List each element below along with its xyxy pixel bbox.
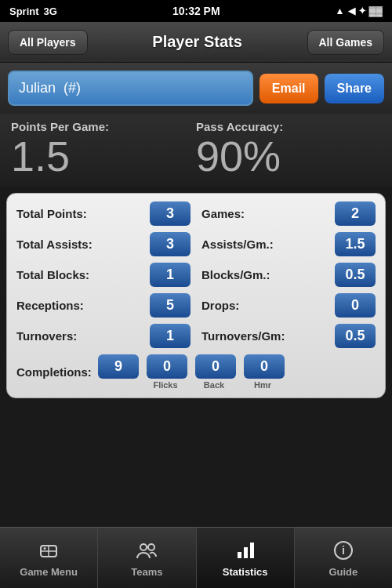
share-button[interactable]: Share [325, 74, 384, 103]
assists-gm-label: Assists/Gm.: [191, 238, 332, 251]
player-input-area: Email Share [0, 63, 392, 114]
signal-icon: ▲ [336, 5, 345, 16]
tab-teams-label: Teams [131, 566, 162, 578]
back-value: 0 [195, 354, 236, 379]
pa-value: 90% [196, 135, 381, 177]
ppg-value: 1.5 [11, 135, 196, 177]
network-label: 3G [44, 5, 57, 17]
stats-card: Total Points: 3 Games: 2 Total Assists: … [6, 193, 386, 398]
all-players-button[interactable]: All Players [8, 30, 88, 55]
ppg-label: Points Per Game: [11, 120, 196, 133]
drops-value: 0 [335, 293, 376, 318]
tab-bar: Game Menu Teams Statistics i [0, 527, 392, 588]
tab-statistics-label: Statistics [223, 566, 268, 578]
svg-rect-8 [250, 543, 254, 558]
time-label: 10:32 PM [172, 5, 220, 17]
tab-game-menu-label: Game Menu [20, 566, 78, 578]
svg-point-4 [140, 544, 147, 550]
completions-main-value: 9 [98, 354, 139, 379]
turnovers-gm-value: 0.5 [335, 324, 376, 348]
receptions-label: Receptions: [16, 299, 147, 312]
statistics-icon [233, 538, 258, 563]
total-assists-label: Total Assists: [16, 238, 147, 251]
all-games-button[interactable]: All Games [307, 30, 384, 55]
tab-guide[interactable]: i Guide [295, 528, 392, 588]
flicks-col: 0 Flicks [143, 354, 187, 390]
assists-gm-value: 1.5 [335, 232, 376, 256]
table-row: Total Assists: 3 Assists/Gm.: 1.5 [16, 232, 376, 256]
email-button[interactable]: Email [260, 74, 318, 103]
tab-game-menu[interactable]: Game Menu [0, 528, 98, 588]
back-label: Back [204, 380, 224, 390]
games-value: 2 [335, 201, 376, 226]
games-label: Games: [191, 207, 332, 220]
svg-rect-6 [238, 552, 241, 558]
blocks-gm-value: 0.5 [335, 263, 376, 287]
completions-row: Completions: 9 0 Flicks 0 Back 0 Hmr [16, 354, 376, 390]
receptions-value: 5 [150, 293, 191, 318]
blocks-gm-label: Blocks/Gm.: [191, 268, 332, 281]
svg-point-5 [148, 544, 154, 550]
back-col: 0 Back [192, 354, 236, 390]
game-menu-icon [36, 538, 61, 563]
total-points-value: 3 [150, 201, 191, 226]
bluetooth-icon: ✦ [358, 5, 366, 16]
status-icons: ▲ ◀ ✦ ▓▓ [336, 5, 383, 16]
turnovers-gm-label: Turnovers/Gm: [191, 329, 332, 343]
total-blocks-label: Total Blocks: [16, 268, 147, 281]
svg-rect-7 [244, 547, 248, 558]
table-row: Total Blocks: 1 Blocks/Gm.: 0.5 [16, 263, 376, 287]
turnovers-value: 1 [150, 324, 191, 348]
tab-guide-label: Guide [328, 566, 358, 578]
carrier-label: Sprint [9, 5, 39, 17]
ppg-block: Points Per Game: 1.5 [11, 120, 196, 177]
turnovers-label: Turnovers: [16, 329, 147, 343]
table-row: Receptions: 5 Drops: 0 [16, 293, 376, 318]
total-assists-value: 3 [150, 232, 191, 256]
hmr-label: Hmr [254, 380, 271, 390]
battery-icon: ▓▓ [369, 5, 383, 16]
flicks-label: Flicks [153, 380, 177, 390]
flicks-value: 0 [147, 354, 187, 379]
guide-icon: i [331, 538, 356, 563]
stats-summary: Points Per Game: 1.5 Pass Accuracy: 90% [0, 114, 392, 187]
status-left: Sprint 3G [9, 5, 57, 17]
total-blocks-value: 1 [150, 263, 191, 287]
svg-point-3 [44, 547, 46, 550]
teams-icon [134, 538, 159, 563]
pa-block: Pass Accuracy: 90% [196, 120, 381, 177]
player-input[interactable] [8, 71, 253, 106]
location-icon: ◀ [348, 5, 355, 16]
total-points-label: Total Points: [16, 207, 147, 220]
nav-bar: All Players Player Stats All Games [0, 22, 392, 63]
completions-values: 9 0 Flicks 0 Back 0 Hmr [95, 354, 376, 390]
table-row: Turnovers: 1 Turnovers/Gm: 0.5 [16, 324, 376, 348]
table-row: Total Points: 3 Games: 2 [16, 201, 376, 226]
tab-statistics[interactable]: Statistics [197, 528, 295, 588]
drops-label: Drops: [191, 299, 332, 312]
hmr-value: 0 [244, 354, 285, 379]
svg-text:i: i [342, 544, 345, 557]
page-title: Player Stats [152, 33, 242, 51]
completions-label: Completions: [16, 365, 95, 379]
hmr-col: 0 Hmr [241, 354, 285, 390]
status-bar: Sprint 3G 10:32 PM ▲ ◀ ✦ ▓▓ [0, 0, 392, 22]
tab-teams[interactable]: Teams [98, 528, 196, 588]
pa-label: Pass Accuracy: [196, 120, 381, 133]
